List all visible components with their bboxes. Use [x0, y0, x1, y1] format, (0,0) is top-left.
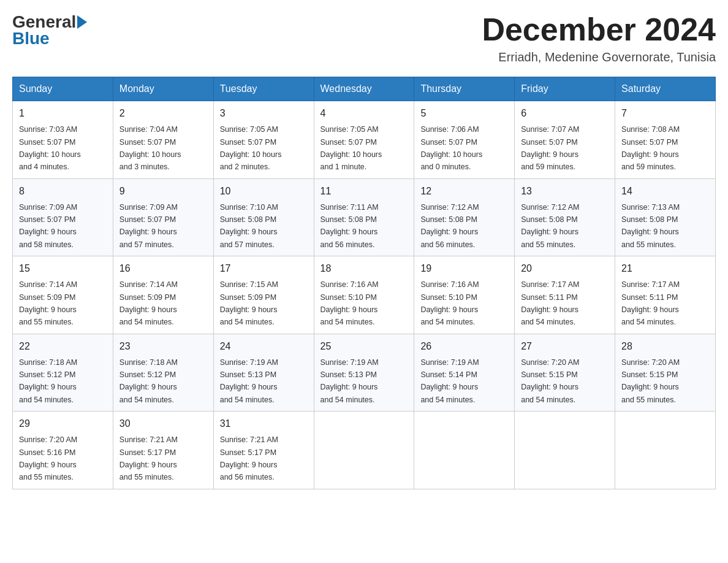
- day-number: 25: [320, 339, 408, 354]
- day-number: 23: [119, 339, 207, 354]
- day-info: Sunrise: 7:09 AMSunset: 5:07 PMDaylight:…: [119, 203, 178, 249]
- table-row: 23 Sunrise: 7:18 AMSunset: 5:12 PMDaylig…: [113, 334, 213, 412]
- day-info: Sunrise: 7:12 AMSunset: 5:08 PMDaylight:…: [420, 203, 479, 249]
- header-sunday: Sunday: [13, 77, 113, 101]
- table-row: 13 Sunrise: 7:12 AMSunset: 5:08 PMDaylig…: [515, 178, 615, 256]
- day-number: 29: [19, 416, 107, 431]
- day-number: 7: [621, 106, 709, 121]
- day-info: Sunrise: 7:18 AMSunset: 5:12 PMDaylight:…: [19, 358, 77, 404]
- table-row: 31 Sunrise: 7:21 AMSunset: 5:17 PMDaylig…: [213, 412, 314, 489]
- table-row: 3 Sunrise: 7:05 AMSunset: 5:07 PMDayligh…: [213, 101, 314, 179]
- day-info: Sunrise: 7:15 AMSunset: 5:09 PMDaylight:…: [220, 280, 278, 326]
- day-number: 17: [220, 261, 308, 276]
- day-info: Sunrise: 7:12 AMSunset: 5:08 PMDaylight:…: [521, 203, 579, 249]
- table-row: 2 Sunrise: 7:04 AMSunset: 5:07 PMDayligh…: [113, 101, 213, 179]
- day-info: Sunrise: 7:19 AMSunset: 5:14 PMDaylight:…: [420, 358, 479, 404]
- day-number: 3: [220, 106, 308, 121]
- calendar-week-row: 8 Sunrise: 7:09 AMSunset: 5:07 PMDayligh…: [13, 178, 716, 256]
- day-number: 4: [320, 106, 408, 121]
- day-number: 14: [621, 184, 709, 199]
- table-row: 14 Sunrise: 7:13 AMSunset: 5:08 PMDaylig…: [615, 178, 716, 256]
- table-row: [615, 412, 716, 489]
- table-row: 6 Sunrise: 7:07 AMSunset: 5:07 PMDayligh…: [515, 101, 615, 179]
- day-info: Sunrise: 7:13 AMSunset: 5:08 PMDaylight:…: [621, 203, 680, 249]
- day-number: 19: [420, 261, 508, 276]
- calendar-week-row: 15 Sunrise: 7:14 AMSunset: 5:09 PMDaylig…: [13, 256, 716, 334]
- day-number: 12: [420, 184, 508, 199]
- day-info: Sunrise: 7:05 AMSunset: 5:07 PMDaylight:…: [220, 125, 282, 171]
- day-number: 8: [19, 184, 107, 199]
- header-wednesday: Wednesday: [314, 77, 414, 101]
- day-number: 1: [19, 106, 107, 121]
- table-row: 8 Sunrise: 7:09 AMSunset: 5:07 PMDayligh…: [13, 178, 113, 256]
- table-row: 19 Sunrise: 7:16 AMSunset: 5:10 PMDaylig…: [414, 256, 515, 334]
- day-info: Sunrise: 7:04 AMSunset: 5:07 PMDaylight:…: [119, 125, 181, 171]
- calendar-header-row: Sunday Monday Tuesday Wednesday Thursday…: [13, 77, 716, 101]
- day-info: Sunrise: 7:17 AMSunset: 5:11 PMDaylight:…: [521, 280, 579, 326]
- table-row: 27 Sunrise: 7:20 AMSunset: 5:15 PMDaylig…: [515, 334, 615, 412]
- day-number: 20: [521, 261, 609, 276]
- day-number: 28: [621, 339, 709, 354]
- day-number: 30: [119, 416, 207, 431]
- table-row: 10 Sunrise: 7:10 AMSunset: 5:08 PMDaylig…: [213, 178, 314, 256]
- day-number: 9: [119, 184, 207, 199]
- table-row: 28 Sunrise: 7:20 AMSunset: 5:15 PMDaylig…: [615, 334, 716, 412]
- table-row: 20 Sunrise: 7:17 AMSunset: 5:11 PMDaylig…: [515, 256, 615, 334]
- table-row: 25 Sunrise: 7:19 AMSunset: 5:13 PMDaylig…: [314, 334, 414, 412]
- table-row: 16 Sunrise: 7:14 AMSunset: 5:09 PMDaylig…: [113, 256, 213, 334]
- day-number: 24: [220, 339, 308, 354]
- table-row: 22 Sunrise: 7:18 AMSunset: 5:12 PMDaylig…: [13, 334, 113, 412]
- header-saturday: Saturday: [615, 77, 716, 101]
- table-row: 12 Sunrise: 7:12 AMSunset: 5:08 PMDaylig…: [414, 178, 515, 256]
- logo-arrow-icon: [77, 15, 87, 29]
- svg-marker-0: [77, 15, 87, 29]
- table-row: 17 Sunrise: 7:15 AMSunset: 5:09 PMDaylig…: [213, 256, 314, 334]
- calendar-week-row: 22 Sunrise: 7:18 AMSunset: 5:12 PMDaylig…: [13, 334, 716, 412]
- day-number: 22: [19, 339, 107, 354]
- day-number: 5: [420, 106, 508, 121]
- day-info: Sunrise: 7:10 AMSunset: 5:08 PMDaylight:…: [220, 203, 278, 249]
- header-thursday: Thursday: [414, 77, 515, 101]
- day-info: Sunrise: 7:16 AMSunset: 5:10 PMDaylight:…: [320, 280, 379, 326]
- table-row: [414, 412, 515, 489]
- day-info: Sunrise: 7:05 AMSunset: 5:07 PMDaylight:…: [320, 125, 382, 171]
- table-row: 7 Sunrise: 7:08 AMSunset: 5:07 PMDayligh…: [615, 101, 716, 179]
- day-info: Sunrise: 7:08 AMSunset: 5:07 PMDaylight:…: [621, 125, 680, 171]
- table-row: [515, 412, 615, 489]
- header-friday: Friday: [515, 77, 615, 101]
- day-info: Sunrise: 7:03 AMSunset: 5:07 PMDaylight:…: [19, 125, 81, 171]
- day-number: 21: [621, 261, 709, 276]
- day-info: Sunrise: 7:07 AMSunset: 5:07 PMDaylight:…: [521, 125, 579, 171]
- day-number: 15: [19, 261, 107, 276]
- day-number: 31: [220, 416, 308, 431]
- day-number: 2: [119, 106, 207, 121]
- day-info: Sunrise: 7:20 AMSunset: 5:15 PMDaylight:…: [621, 358, 680, 404]
- day-number: 27: [521, 339, 609, 354]
- table-row: 11 Sunrise: 7:11 AMSunset: 5:08 PMDaylig…: [314, 178, 414, 256]
- day-info: Sunrise: 7:20 AMSunset: 5:16 PMDaylight:…: [19, 435, 77, 481]
- day-number: 16: [119, 261, 207, 276]
- day-info: Sunrise: 7:19 AMSunset: 5:13 PMDaylight:…: [220, 358, 278, 404]
- day-number: 6: [521, 106, 609, 121]
- day-info: Sunrise: 7:19 AMSunset: 5:13 PMDaylight:…: [320, 358, 379, 404]
- calendar-week-row: 1 Sunrise: 7:03 AMSunset: 5:07 PMDayligh…: [13, 101, 716, 179]
- table-row: 15 Sunrise: 7:14 AMSunset: 5:09 PMDaylig…: [13, 256, 113, 334]
- table-row: 4 Sunrise: 7:05 AMSunset: 5:07 PMDayligh…: [314, 101, 414, 179]
- day-number: 11: [320, 184, 408, 199]
- day-info: Sunrise: 7:18 AMSunset: 5:12 PMDaylight:…: [119, 358, 178, 404]
- header-tuesday: Tuesday: [213, 77, 314, 101]
- title-section: December 2024 Erriadh, Medenine Governor…: [482, 12, 716, 64]
- table-row: 21 Sunrise: 7:17 AMSunset: 5:11 PMDaylig…: [615, 256, 716, 334]
- location-subtitle: Erriadh, Medenine Governorate, Tunisia: [482, 50, 716, 64]
- calendar-table: Sunday Monday Tuesday Wednesday Thursday…: [12, 77, 716, 489]
- day-number: 13: [521, 184, 609, 199]
- month-year-title: December 2024: [482, 12, 716, 47]
- table-row: [314, 412, 414, 489]
- table-row: 26 Sunrise: 7:19 AMSunset: 5:14 PMDaylig…: [414, 334, 515, 412]
- table-row: 24 Sunrise: 7:19 AMSunset: 5:13 PMDaylig…: [213, 334, 314, 412]
- table-row: 30 Sunrise: 7:21 AMSunset: 5:17 PMDaylig…: [113, 412, 213, 489]
- logo-blue-text: Blue: [12, 29, 50, 48]
- logo: General Blue: [12, 12, 87, 48]
- table-row: 29 Sunrise: 7:20 AMSunset: 5:16 PMDaylig…: [13, 412, 113, 489]
- page-header: General Blue December 2024 Erriadh, Mede…: [12, 12, 716, 64]
